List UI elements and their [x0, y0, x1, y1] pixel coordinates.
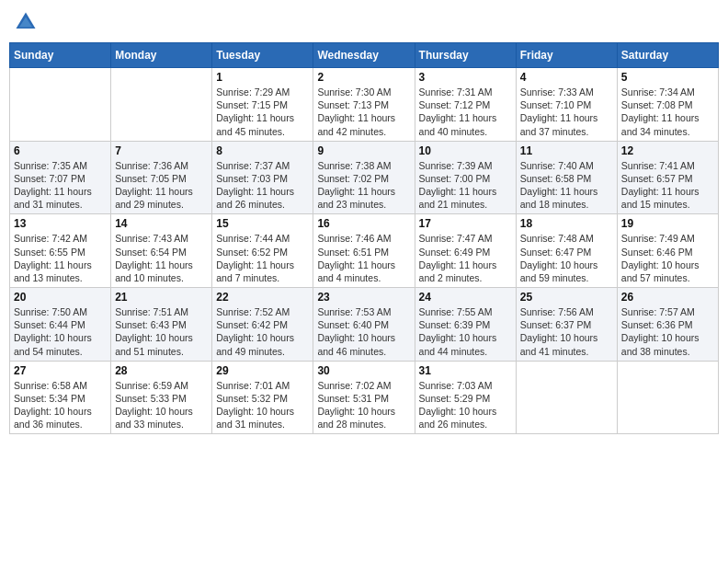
day-info: Sunrise: 7:29 AM Sunset: 7:15 PM Dayligh…	[216, 86, 309, 138]
day-number: 28	[115, 364, 208, 377]
calendar-cell	[10, 68, 111, 142]
day-info: Sunrise: 7:34 AM Sunset: 7:08 PM Dayligh…	[621, 86, 714, 138]
calendar-cell: 3Sunrise: 7:31 AM Sunset: 7:12 PM Daylig…	[415, 68, 516, 142]
calendar-cell: 23Sunrise: 7:53 AM Sunset: 6:40 PM Dayli…	[313, 288, 415, 362]
day-number: 22	[216, 291, 309, 304]
day-info: Sunrise: 7:48 AM Sunset: 6:47 PM Dayligh…	[520, 232, 613, 284]
calendar-cell: 31Sunrise: 7:03 AM Sunset: 5:29 PM Dayli…	[415, 361, 516, 434]
day-info: Sunrise: 6:59 AM Sunset: 5:33 PM Dayligh…	[115, 379, 208, 431]
header-saturday: Saturday	[617, 43, 718, 68]
day-info: Sunrise: 7:31 AM Sunset: 7:12 PM Dayligh…	[419, 86, 512, 138]
day-info: Sunrise: 7:56 AM Sunset: 6:37 PM Dayligh…	[520, 305, 613, 358]
day-number: 13	[14, 217, 107, 230]
day-info: Sunrise: 7:41 AM Sunset: 6:57 PM Dayligh…	[621, 159, 714, 212]
day-info: Sunrise: 7:55 AM Sunset: 6:39 PM Dayligh…	[419, 305, 512, 358]
calendar-cell: 2Sunrise: 7:30 AM Sunset: 7:13 PM Daylig…	[313, 68, 415, 142]
header-wednesday: Wednesday	[313, 43, 415, 68]
day-number: 15	[216, 217, 309, 230]
day-number: 5	[621, 71, 714, 84]
week-row-5: 27Sunrise: 6:58 AM Sunset: 5:34 PM Dayli…	[10, 361, 719, 434]
calendar-cell: 17Sunrise: 7:47 AM Sunset: 6:49 PM Dayli…	[415, 214, 516, 288]
day-info: Sunrise: 7:39 AM Sunset: 7:00 PM Dayligh…	[419, 159, 512, 212]
day-info: Sunrise: 7:50 AM Sunset: 6:44 PM Dayligh…	[14, 305, 107, 358]
day-number: 1	[216, 71, 309, 84]
day-number: 10	[419, 144, 512, 157]
calendar-cell: 15Sunrise: 7:44 AM Sunset: 6:52 PM Dayli…	[212, 214, 313, 288]
day-number: 6	[14, 144, 107, 157]
day-info: Sunrise: 7:37 AM Sunset: 7:03 PM Dayligh…	[216, 159, 309, 212]
day-number: 24	[419, 291, 512, 304]
week-row-4: 20Sunrise: 7:50 AM Sunset: 6:44 PM Dayli…	[10, 288, 719, 362]
calendar-cell	[617, 361, 718, 434]
day-info: Sunrise: 7:01 AM Sunset: 5:32 PM Dayligh…	[216, 379, 309, 431]
calendar-cell: 5Sunrise: 7:34 AM Sunset: 7:08 PM Daylig…	[617, 68, 718, 142]
day-info: Sunrise: 7:44 AM Sunset: 6:52 PM Dayligh…	[216, 232, 309, 284]
day-number: 23	[317, 291, 410, 304]
calendar-cell: 26Sunrise: 7:57 AM Sunset: 6:36 PM Dayli…	[617, 288, 718, 362]
day-info: Sunrise: 7:36 AM Sunset: 7:05 PM Dayligh…	[115, 159, 208, 212]
day-info: Sunrise: 7:47 AM Sunset: 6:49 PM Dayligh…	[419, 232, 512, 284]
day-number: 12	[621, 144, 714, 157]
day-number: 31	[419, 364, 512, 377]
day-number: 8	[216, 144, 309, 157]
calendar-cell: 8Sunrise: 7:37 AM Sunset: 7:03 PM Daylig…	[212, 141, 313, 214]
day-number: 30	[317, 364, 410, 377]
day-info: Sunrise: 7:53 AM Sunset: 6:40 PM Dayligh…	[317, 305, 410, 358]
calendar-cell	[111, 68, 212, 142]
week-row-3: 13Sunrise: 7:42 AM Sunset: 6:55 PM Dayli…	[10, 214, 719, 288]
calendar-cell: 16Sunrise: 7:46 AM Sunset: 6:51 PM Dayli…	[313, 214, 415, 288]
calendar-cell: 19Sunrise: 7:49 AM Sunset: 6:46 PM Dayli…	[617, 214, 718, 288]
calendar-cell: 21Sunrise: 7:51 AM Sunset: 6:43 PM Dayli…	[111, 288, 212, 362]
calendar-cell: 20Sunrise: 7:50 AM Sunset: 6:44 PM Dayli…	[10, 288, 111, 362]
calendar-cell: 29Sunrise: 7:01 AM Sunset: 5:32 PM Dayli…	[212, 361, 313, 434]
day-info: Sunrise: 7:57 AM Sunset: 6:36 PM Dayligh…	[621, 305, 714, 358]
week-row-1: 1Sunrise: 7:29 AM Sunset: 7:15 PM Daylig…	[10, 68, 719, 142]
calendar-cell: 9Sunrise: 7:38 AM Sunset: 7:02 PM Daylig…	[313, 141, 415, 214]
day-number: 26	[621, 291, 714, 304]
day-number: 21	[115, 291, 208, 304]
day-info: Sunrise: 7:40 AM Sunset: 6:58 PM Dayligh…	[520, 159, 613, 212]
day-number: 7	[115, 144, 208, 157]
calendar-cell: 25Sunrise: 7:56 AM Sunset: 6:37 PM Dayli…	[516, 288, 617, 362]
calendar-table: SundayMondayTuesdayWednesdayThursdayFrid…	[9, 42, 719, 434]
calendar-cell: 24Sunrise: 7:55 AM Sunset: 6:39 PM Dayli…	[415, 288, 516, 362]
header-sunday: Sunday	[10, 43, 111, 68]
calendar-cell	[516, 361, 617, 434]
header-friday: Friday	[516, 43, 617, 68]
day-info: Sunrise: 7:43 AM Sunset: 6:54 PM Dayligh…	[115, 232, 208, 284]
day-number: 29	[216, 364, 309, 377]
header-tuesday: Tuesday	[212, 43, 313, 68]
day-number: 25	[520, 291, 613, 304]
calendar-cell: 27Sunrise: 6:58 AM Sunset: 5:34 PM Dayli…	[10, 361, 111, 434]
day-number: 17	[419, 217, 512, 230]
day-number: 3	[419, 71, 512, 84]
calendar-cell: 14Sunrise: 7:43 AM Sunset: 6:54 PM Dayli…	[111, 214, 212, 288]
calendar-cell: 28Sunrise: 6:59 AM Sunset: 5:33 PM Dayli…	[111, 361, 212, 434]
day-info: Sunrise: 7:38 AM Sunset: 7:02 PM Dayligh…	[317, 159, 410, 212]
day-info: Sunrise: 7:30 AM Sunset: 7:13 PM Dayligh…	[317, 86, 410, 138]
calendar-cell: 30Sunrise: 7:02 AM Sunset: 5:31 PM Dayli…	[313, 361, 415, 434]
calendar-cell: 6Sunrise: 7:35 AM Sunset: 7:07 PM Daylig…	[10, 141, 111, 214]
day-number: 20	[14, 291, 107, 304]
calendar-cell: 7Sunrise: 7:36 AM Sunset: 7:05 PM Daylig…	[111, 141, 212, 214]
day-number: 14	[115, 217, 208, 230]
page-header	[9, 9, 719, 35]
day-info: Sunrise: 7:35 AM Sunset: 7:07 PM Dayligh…	[14, 159, 107, 212]
day-number: 16	[317, 217, 410, 230]
calendar-cell: 10Sunrise: 7:39 AM Sunset: 7:00 PM Dayli…	[415, 141, 516, 214]
day-number: 9	[317, 144, 410, 157]
calendar-cell: 18Sunrise: 7:48 AM Sunset: 6:47 PM Dayli…	[516, 214, 617, 288]
calendar-cell: 1Sunrise: 7:29 AM Sunset: 7:15 PM Daylig…	[212, 68, 313, 142]
logo	[13, 9, 42, 35]
calendar-cell: 11Sunrise: 7:40 AM Sunset: 6:58 PM Dayli…	[516, 141, 617, 214]
calendar-header-row: SundayMondayTuesdayWednesdayThursdayFrid…	[10, 43, 719, 68]
header-monday: Monday	[111, 43, 212, 68]
day-info: Sunrise: 7:02 AM Sunset: 5:31 PM Dayligh…	[317, 379, 410, 431]
calendar-cell: 22Sunrise: 7:52 AM Sunset: 6:42 PM Dayli…	[212, 288, 313, 362]
day-number: 4	[520, 71, 613, 84]
day-info: Sunrise: 7:52 AM Sunset: 6:42 PM Dayligh…	[216, 305, 309, 358]
day-info: Sunrise: 7:42 AM Sunset: 6:55 PM Dayligh…	[14, 232, 107, 284]
day-number: 18	[520, 217, 613, 230]
day-number: 2	[317, 71, 410, 84]
calendar-cell: 12Sunrise: 7:41 AM Sunset: 6:57 PM Dayli…	[617, 141, 718, 214]
